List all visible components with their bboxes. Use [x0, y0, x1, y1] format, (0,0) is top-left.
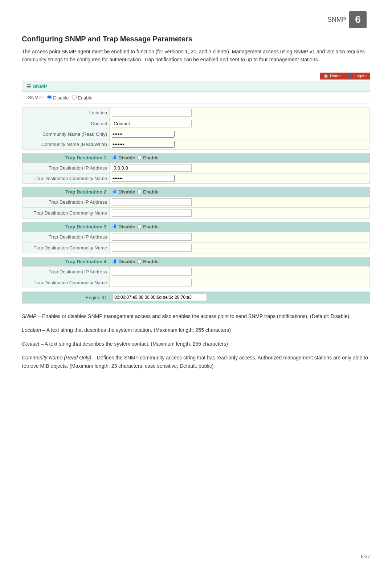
snmp-header-label: SNMP [327, 16, 346, 24]
desc-location-term: Location [22, 327, 41, 333]
snmp-form-table: Location Contact Community Name (Read On… [22, 104, 370, 304]
spacer-row-5 [23, 288, 370, 292]
trap-dest-1-disable-radio[interactable] [113, 155, 117, 160]
trap-dest-2-community-input[interactable] [112, 209, 192, 217]
contact-input-cell [110, 118, 370, 129]
trap-dest-3-header-row: Trap Destination 3 Disable Enable [23, 222, 370, 232]
trap-dest-3-ip-input[interactable] [112, 233, 192, 241]
engine-id-input[interactable] [113, 294, 207, 301]
trap-dest-1-community-input-cell [110, 174, 370, 184]
trap-dest-3-ip-label: Trap Destination IP Address [23, 232, 110, 243]
community-read-write-input[interactable] [112, 141, 175, 148]
snmp-enable-label[interactable]: Enable [72, 95, 93, 101]
trap-dest-4-disable-label[interactable]: Disable [113, 259, 135, 264]
trap-dest-3-ip-row: Trap Destination IP Address [23, 232, 370, 243]
snmp-disable-radio[interactable] [47, 95, 52, 99]
logout-button[interactable]: 👤 Logout [344, 73, 370, 80]
trap-dest-2-disable-radio[interactable] [113, 190, 117, 194]
trap-dest-4-community-input[interactable] [112, 279, 192, 286]
community-read-only-input-cell [110, 129, 370, 139]
trap-dest-2-community-label: Trap Destination Community Name [23, 208, 110, 219]
trap-dest-3-ip-input-cell [110, 232, 370, 243]
page-number-box: 6 [349, 11, 367, 28]
contact-row: Contact [23, 118, 370, 129]
trap-dest-4-disable-radio[interactable] [113, 259, 117, 264]
trap-dest-4-radio-cell: Disable Enable [110, 257, 370, 266]
snmp-toggle-row: SNMP : Disable Enable [22, 92, 370, 104]
trap-dest-1-disable-label[interactable]: Disable [113, 155, 135, 160]
home-button[interactable]: 🏠 Home [320, 73, 344, 80]
snmp-disable-label[interactable]: Disable [47, 95, 69, 101]
trap-dest-3-radio-group: Disable Enable [113, 224, 367, 229]
trap-dest-1-enable-radio[interactable] [137, 155, 142, 160]
trap-dest-3-community-input-cell [110, 243, 370, 253]
top-bar: 🏠 Home 👤 Logout [22, 73, 370, 80]
trap-dest-2-enable-label[interactable]: Enable [137, 189, 159, 195]
community-read-only-input[interactable] [112, 131, 175, 138]
intro-text: The access point SNMP agent must be enab… [22, 48, 370, 64]
snmp-enable-radio[interactable] [72, 95, 77, 99]
trap-dest-2-label: Trap Destination 2 [23, 187, 110, 197]
trap-dest-2-ip-row: Trap Destination IP Address [23, 197, 370, 208]
desc-snmp-term: SNMP [22, 313, 36, 319]
trap-dest-2-ip-input-cell [110, 197, 370, 208]
community-read-only-label: Community Name (Read Only) [23, 129, 110, 139]
trap-dest-4-ip-input[interactable] [112, 268, 192, 276]
location-row: Location [23, 107, 370, 118]
trap-dest-1-radio-cell: Disable Enable [110, 153, 370, 163]
trap-dest-3-label: Trap Destination 3 [23, 222, 110, 232]
trap-dest-3-enable-label[interactable]: Enable [137, 224, 159, 229]
engine-id-value-cell [110, 292, 370, 303]
trap-dest-4-community-row: Trap Destination Community Name [23, 277, 370, 288]
trap-dest-3-enable-radio[interactable] [137, 224, 142, 229]
trap-dest-2-enable-radio[interactable] [137, 190, 142, 194]
desc-location: Location – A text string that describes … [22, 326, 370, 335]
desc-contact: Contact – A text string that describes t… [22, 340, 370, 349]
trap-dest-2-radio-cell: Disable Enable [110, 187, 370, 197]
trap-dest-2-community-input-cell [110, 208, 370, 219]
snmp-panel: ☰ SNMP SNMP : Disable Enable Location [22, 81, 370, 304]
desc-community-read-only-term: Community Name (Read Only) [22, 355, 91, 361]
logout-label: Logout [354, 74, 367, 78]
trap-dest-1-ip-input[interactable] [112, 164, 192, 172]
page-title: Configuring SNMP and Trap Message Parame… [22, 35, 370, 43]
trap-dest-2-disable-label[interactable]: Disable [113, 189, 135, 195]
engine-id-label: Engine ID [23, 292, 110, 303]
trap-dest-1-radio-group: Disable Enable [113, 155, 367, 160]
trap-dest-4-ip-input-cell [110, 266, 370, 277]
home-label: Home [330, 74, 340, 78]
trap-dest-3-disable-radio[interactable] [113, 224, 117, 229]
trap-dest-1-label: Trap Destination 1 [23, 153, 110, 163]
trap-dest-1-ip-row: Trap Destination IP Address [23, 163, 370, 174]
trap-dest-1-enable-label[interactable]: Enable [137, 155, 159, 160]
trap-dest-4-community-label: Trap Destination Community Name [23, 277, 110, 288]
top-bar-buttons: 🏠 Home 👤 Logout [320, 73, 370, 80]
trap-dest-1-community-input[interactable] [112, 175, 175, 182]
snmp-disable-text: Disable [53, 95, 69, 101]
desc-contact-term: Contact [22, 341, 39, 347]
trap-dest-2-ip-input[interactable] [112, 198, 192, 206]
contact-input[interactable] [112, 120, 192, 127]
trap-dest-1-ip-label: Trap Destination IP Address [23, 163, 110, 174]
spacer-row-top [23, 104, 370, 107]
trap-dest-2-community-row: Trap Destination Community Name [23, 208, 370, 219]
trap-dest-2-radio-group: Disable Enable [113, 189, 367, 195]
trap-dest-3-disable-label[interactable]: Disable [113, 224, 135, 229]
trap-dest-4-enable-radio[interactable] [137, 259, 142, 264]
desc-contact-text: – A text string that describes the syste… [39, 341, 228, 347]
trap-dest-1-community-row: Trap Destination Community Name [23, 174, 370, 184]
spacer-row-3 [23, 219, 370, 222]
trap-dest-4-enable-label[interactable]: Enable [137, 259, 159, 264]
trap-dest-2-ip-label: Trap Destination IP Address [23, 197, 110, 208]
snmp-enable-text: Enable [78, 95, 92, 101]
page-footer: 6-37 [361, 554, 370, 559]
snmp-toggle-label: SNMP : [28, 95, 44, 100]
location-input-cell [110, 107, 370, 118]
trap-dest-3-community-input[interactable] [112, 244, 192, 252]
community-read-write-row: Community Name (Read/Write) [23, 139, 370, 150]
description-section: SNMP – Enables or disables SNMP manageme… [22, 312, 370, 371]
snmp-panel-title: ☰ [26, 84, 33, 89]
location-input[interactable] [112, 109, 192, 117]
desc-snmp: SNMP – Enables or disables SNMP manageme… [22, 312, 370, 321]
spacer-row-2 [23, 184, 370, 187]
